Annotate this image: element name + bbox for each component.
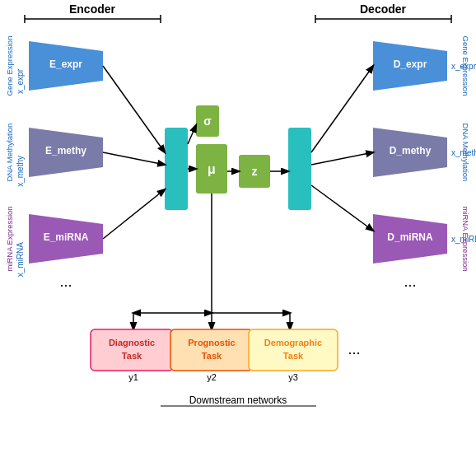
sigma-label: σ — [203, 114, 212, 128]
d-methy-label: D_methy — [390, 145, 432, 156]
e-mirna-label: E_miRNA — [44, 231, 89, 243]
mirna-expr-label-right: miRNA Expression — [461, 206, 470, 271]
demographic-task-label-1: Demographic — [264, 338, 322, 348]
y3-label: y3 — [288, 372, 298, 382]
dna-methy-label-left: DNA Methylation — [5, 124, 14, 182]
dna-methy-label-right: DNA Methylation — [461, 124, 470, 182]
tasks-dots: ... — [348, 341, 360, 357]
mirna-expr-label-left: miRNA Expression — [5, 206, 14, 271]
y2-label: y2 — [207, 372, 217, 382]
demographic-task-label-2: Task — [283, 351, 304, 361]
d-expr-label: D_expr — [394, 58, 427, 70]
gene-expr-label-right: Gene Expression — [461, 36, 470, 96]
gene-expr-label-left: Gene Expression — [5, 36, 14, 96]
prognostic-task-label-2: Task — [202, 351, 222, 361]
e-expr-label: E_expr — [49, 58, 82, 70]
e-methy-label: E_methy — [45, 145, 86, 156]
encoder-dots: ... — [59, 273, 72, 290]
diagram-canvas: Encoder Decoder E_expr E_methy E_miRNA x… — [0, 0, 476, 476]
downstream-label: Downstream networks — [189, 394, 287, 406]
x-methy-label: x_methy — [16, 156, 25, 187]
encoder-label: Encoder — [69, 2, 116, 16]
decoder-cyan-block — [288, 128, 311, 210]
d-mirna-label: D_miRNA — [387, 231, 433, 243]
diagnostic-task-box — [91, 329, 173, 371]
demographic-task-box — [249, 329, 338, 371]
diagnostic-task-label-2: Task — [122, 351, 142, 361]
architecture-diagram: Encoder Decoder E_expr E_methy E_miRNA x… — [0, 0, 476, 476]
x-expr-label: x_expr — [16, 68, 25, 94]
encoder-cyan-block — [165, 128, 188, 210]
diagnostic-task-label-1: Diagnostic — [109, 338, 155, 348]
mu-label: μ — [208, 162, 216, 176]
x-mirna-label: x_miRNA — [16, 242, 25, 278]
y1-label: y1 — [128, 372, 138, 382]
prognostic-task-label-1: Prognostic — [188, 338, 235, 348]
prognostic-task-box — [170, 329, 253, 371]
decoder-label: Decoder — [360, 2, 407, 16]
decoder-dots: ... — [404, 273, 416, 290]
z-label: z — [252, 165, 258, 178]
